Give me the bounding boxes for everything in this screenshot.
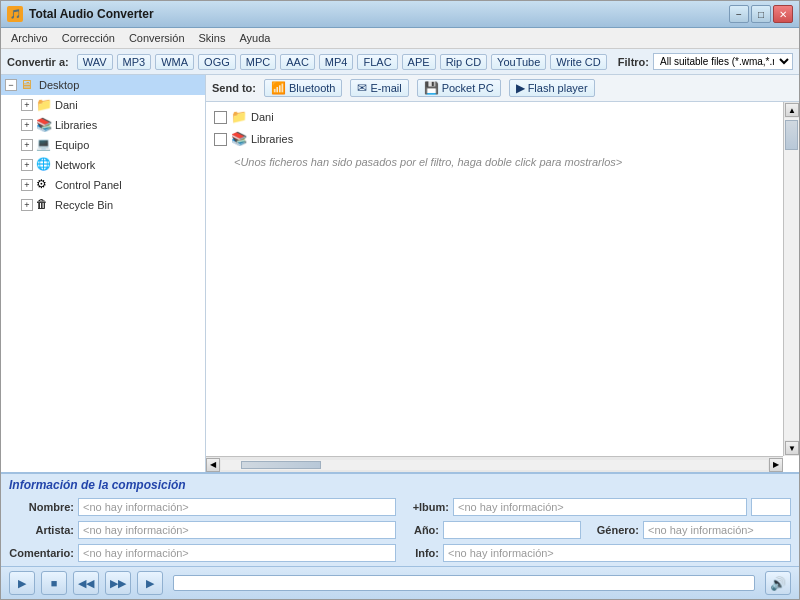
- libraries-expander[interactable]: +: [21, 119, 33, 131]
- dani-file-icon: 📁: [231, 109, 247, 125]
- controlpanel-icon: ⚙: [36, 177, 52, 193]
- scroll-thumb-h[interactable]: [241, 461, 321, 469]
- scroll-track-v: [784, 118, 799, 440]
- format-mp4[interactable]: MP4: [319, 54, 354, 70]
- next-button[interactable]: ▶: [137, 571, 163, 595]
- format-wma[interactable]: WMA: [155, 54, 194, 70]
- horizontal-scrollbar[interactable]: ◀ ▶: [206, 456, 783, 472]
- info-section: Información de la composición Nombre: +l…: [1, 472, 799, 566]
- album-extra-input[interactable]: [751, 498, 791, 516]
- tree-item-network[interactable]: + 🌐 Network: [17, 155, 205, 175]
- bluetooth-label: Bluetooth: [289, 82, 335, 94]
- send-email[interactable]: ✉ E-mail: [350, 79, 408, 97]
- volume-button[interactable]: 🔊: [765, 571, 791, 595]
- artista-input[interactable]: [78, 521, 396, 539]
- ano-input[interactable]: [443, 521, 581, 539]
- send-flash-player[interactable]: ▶ Flash player: [509, 79, 595, 97]
- desktop-label: Desktop: [39, 79, 79, 91]
- format-youtube[interactable]: YouTube: [491, 54, 546, 70]
- menu-bar: Archivo Corrección Conversión Skins Ayud…: [1, 28, 799, 49]
- format-aac[interactable]: AAC: [280, 54, 315, 70]
- ano-label: Año:: [404, 524, 439, 536]
- dani-checkbox[interactable]: [214, 111, 227, 124]
- menu-correccion[interactable]: Corrección: [56, 30, 121, 46]
- tree-item-control-panel[interactable]: + ⚙ Control Panel: [17, 175, 205, 195]
- main-window: 🎵 Total Audio Converter − □ ✕ Archivo Co…: [0, 0, 800, 600]
- filter-select[interactable]: All suitable files (*.wma,*.mp3,*.wa...: [653, 53, 793, 70]
- close-button[interactable]: ✕: [773, 5, 793, 23]
- recyclebin-expander[interactable]: +: [21, 199, 33, 211]
- tree-item-recycle-bin[interactable]: + 🗑 Recycle Bin: [17, 195, 205, 215]
- send-bluetooth[interactable]: 📶 Bluetooth: [264, 79, 342, 97]
- menu-skins[interactable]: Skins: [193, 30, 232, 46]
- album-input[interactable]: [453, 498, 747, 516]
- equipo-expander[interactable]: +: [21, 139, 33, 151]
- ano-genero-row: Año: Género:: [404, 521, 791, 539]
- tree-item-desktop[interactable]: − 🖥 Desktop: [1, 75, 205, 95]
- stop-button[interactable]: ■: [41, 571, 67, 595]
- artista-row: Artista:: [9, 521, 396, 539]
- info-label: Info:: [404, 547, 439, 559]
- send-label: Send to:: [212, 82, 256, 94]
- tree-item-dani[interactable]: + 📁 Dani: [17, 95, 205, 115]
- title-bar: 🎵 Total Audio Converter − □ ✕: [1, 1, 799, 28]
- tree-item-equipo[interactable]: + 💻 Equipo: [17, 135, 205, 155]
- nombre-input[interactable]: [78, 498, 396, 516]
- window-title: Total Audio Converter: [29, 7, 154, 21]
- flashplayer-icon: ▶: [516, 81, 525, 95]
- format-wav[interactable]: WAV: [77, 54, 113, 70]
- format-mpc[interactable]: MPC: [240, 54, 276, 70]
- scroll-track-h: [221, 460, 768, 470]
- libraries-file-icon: 📚: [231, 131, 247, 147]
- format-ape[interactable]: APE: [402, 54, 436, 70]
- format-ripcd[interactable]: Rip CD: [440, 54, 487, 70]
- dani-expander[interactable]: +: [21, 99, 33, 111]
- pocketpc-icon: 💾: [424, 81, 439, 95]
- app-icon: 🎵: [7, 6, 23, 22]
- format-ogg[interactable]: OGG: [198, 54, 236, 70]
- scroll-down-button[interactable]: ▼: [785, 441, 799, 455]
- flashplayer-label: Flash player: [528, 82, 588, 94]
- scroll-right-button[interactable]: ▶: [769, 458, 783, 472]
- album-row: +lbum:: [404, 498, 791, 516]
- menu-conversion[interactable]: Conversión: [123, 30, 191, 46]
- menu-archivo[interactable]: Archivo: [5, 30, 54, 46]
- play-button[interactable]: ▶: [9, 571, 35, 595]
- minimize-button[interactable]: −: [729, 5, 749, 23]
- send-pocket-pc[interactable]: 💾 Pocket PC: [417, 79, 501, 97]
- equipo-icon: 💻: [36, 137, 52, 153]
- file-item-dani[interactable]: 📁 Dani: [210, 106, 795, 128]
- network-expander[interactable]: +: [21, 159, 33, 171]
- info-grid: Nombre: +lbum: Artista: Año: Género:: [9, 498, 791, 562]
- libraries-checkbox[interactable]: [214, 133, 227, 146]
- libraries-label: Libraries: [55, 119, 97, 131]
- file-panel: Send to: 📶 Bluetooth ✉ E-mail 💾 Pocket P…: [206, 75, 799, 472]
- email-icon: ✉: [357, 81, 367, 95]
- pocketpc-label: Pocket PC: [442, 82, 494, 94]
- desktop-expander[interactable]: −: [5, 79, 17, 91]
- network-label: Network: [55, 159, 95, 171]
- vertical-scrollbar[interactable]: ▲ ▼: [783, 102, 799, 456]
- file-area: 📁 Dani 📚 Libraries <Unos ficheros han si…: [206, 102, 799, 472]
- scroll-thumb-v[interactable]: [785, 120, 798, 150]
- file-item-libraries[interactable]: 📚 Libraries: [210, 128, 795, 150]
- network-icon: 🌐: [36, 157, 52, 173]
- menu-ayuda[interactable]: Ayuda: [233, 30, 276, 46]
- scroll-up-button[interactable]: ▲: [785, 103, 799, 117]
- maximize-button[interactable]: □: [751, 5, 771, 23]
- format-mp3[interactable]: MP3: [117, 54, 152, 70]
- info-input[interactable]: [443, 544, 791, 562]
- scroll-left-button[interactable]: ◀: [206, 458, 220, 472]
- rewind-button[interactable]: ◀◀: [73, 571, 99, 595]
- format-writecd[interactable]: Write CD: [550, 54, 606, 70]
- forward-button[interactable]: ▶▶: [105, 571, 131, 595]
- format-flac[interactable]: FLAC: [357, 54, 397, 70]
- comentario-input[interactable]: [78, 544, 396, 562]
- tree-panel: − 🖥 Desktop + 📁 Dani + 📚 Libraries +: [1, 75, 206, 472]
- title-bar-left: 🎵 Total Audio Converter: [7, 6, 154, 22]
- comentario-row: Comentario:: [9, 544, 396, 562]
- genero-input[interactable]: [643, 521, 791, 539]
- tree-item-libraries[interactable]: + 📚 Libraries: [17, 115, 205, 135]
- main-area: − 🖥 Desktop + 📁 Dani + 📚 Libraries +: [1, 75, 799, 472]
- controlpanel-expander[interactable]: +: [21, 179, 33, 191]
